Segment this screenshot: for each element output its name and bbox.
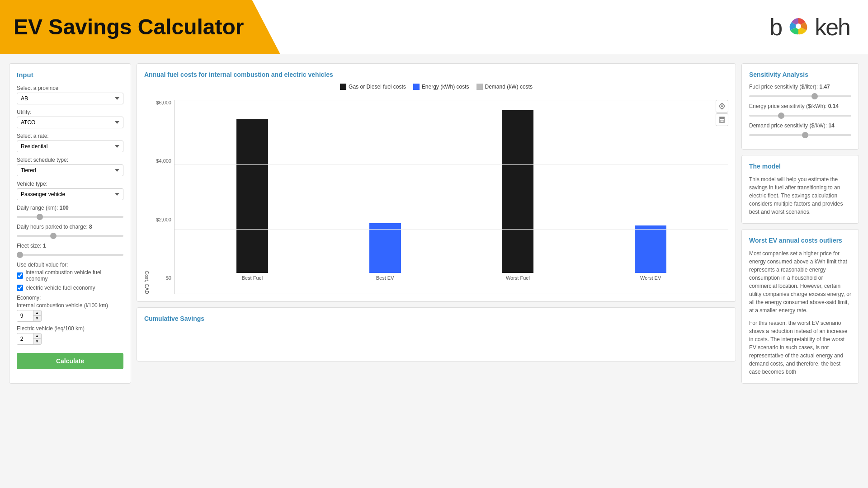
toolbar-save-btn[interactable] (716, 113, 728, 126)
save-icon (719, 117, 725, 123)
ev-economy-down[interactable]: ▼ (33, 339, 41, 344)
bar-group-best-fuel: Best Fuel (188, 119, 316, 281)
ev-economy-up[interactable]: ▲ (33, 333, 41, 339)
worst-ev-title: Worst EV annual costs outliers (749, 237, 851, 244)
bokeh-logo-icon (788, 16, 808, 36)
sensitivity-panel: Sensitivity Analysis Fuel price sensitiv… (741, 63, 859, 150)
y-axis-label: Cost, CAD (144, 95, 150, 294)
vehicle-label: Vehicle type: (17, 181, 123, 187)
default-values-section: Use default value for: internal combusti… (17, 262, 123, 291)
ice-checkbox[interactable] (17, 272, 23, 279)
daily-range-slider[interactable] (17, 216, 123, 218)
legend-fuel: Gas or Diesel fuel costs (340, 84, 406, 90)
rate-group: Select a rate: Residential Commercial (17, 133, 123, 152)
bar-group-worst-fuel: Worst Fuel (454, 110, 582, 281)
fuel-sensitivity-slider[interactable] (749, 95, 851, 97)
model-title: The model (749, 163, 851, 170)
fuel-sensitivity-label: Fuel price sensitivity ($/liter): 1.47 (749, 84, 851, 90)
schedule-select[interactable]: Tiered Time-of-Use Flat (17, 164, 123, 176)
bar-best-ev (369, 223, 401, 273)
schedule-label: Select schedule type: (17, 157, 123, 163)
bar-best-fuel (236, 119, 268, 273)
y-tick-0: $0 (166, 275, 171, 281)
bar-chart-wrapper: Cost, CAD $0 $2,000 $4,000 $6,000 (144, 95, 728, 294)
svg-rect-6 (721, 120, 723, 122)
calculate-button[interactable]: Calculate (17, 353, 123, 369)
legend-demand-swatch (476, 84, 483, 90)
legend-energy-label: Energy (kWh) costs (422, 84, 469, 90)
ev-economy-group: Electric vehicle (leq/100 km) ▲ ▼ (17, 325, 123, 345)
bar-group-best-ev: Best EV (321, 223, 449, 281)
utility-select[interactable]: ATCO EPCOR ENMAX (17, 117, 123, 128)
worst-ev-body1: Most companies set a higher price for en… (749, 249, 851, 314)
ev-economy-input[interactable] (17, 334, 33, 344)
ev-economy-label: Electric vehicle (leq/100 km) (17, 325, 123, 332)
ice-economy-input[interactable] (17, 311, 33, 321)
utility-group: Utility: ATCO EPCOR ENMAX (17, 109, 123, 128)
svg-point-3 (721, 105, 723, 107)
main-content: Input Select a province AB BC ON QC Util… (0, 54, 868, 393)
ev-checkbox-label: electric vehicle fuel economy (26, 285, 95, 291)
y-axis-ticks: $0 $2,000 $4,000 $6,000 (151, 100, 174, 281)
demand-sensitivity-label: Demand price sensitivity ($/kW): 14 (749, 122, 851, 129)
header: EV Savings Calculator b keh (0, 0, 868, 54)
ice-economy-down[interactable]: ▼ (33, 316, 41, 321)
ev-economy-input-wrap: ▲ ▼ (17, 333, 42, 345)
y-tick-3: $6,000 (156, 100, 171, 105)
bar-worst-fuel (502, 110, 533, 273)
ice-economy-label: Internal combustion vehicle (l/100 km) (17, 302, 123, 309)
sensitivity-title: Sensitivity Analysis (749, 71, 851, 78)
rate-label: Select a rate: (17, 133, 123, 139)
bars-area: Best Fuel Best EV Worst Fuel (174, 100, 728, 294)
bar-label-best-fuel: Best Fuel (242, 275, 263, 281)
ev-economy-arrows: ▲ ▼ (33, 333, 41, 344)
input-panel-title: Input (17, 71, 123, 79)
bar-label-best-ev: Best EV (376, 275, 394, 281)
bar-group-worst-ev: Worst EV (586, 225, 715, 281)
energy-sensitivity-label: Energy price sensitivity ($/kWh): 0.14 (749, 103, 851, 109)
y-tick-1: $2,000 (156, 217, 171, 222)
demand-sensitivity-row: Demand price sensitivity ($/kW): 14 (749, 122, 851, 137)
daily-hours-label: Daily hours parked to charge: 8 (17, 224, 123, 230)
bar-label-worst-fuel: Worst Fuel (506, 275, 530, 281)
ev-checkbox[interactable] (17, 285, 23, 291)
ice-economy-input-wrap: ▲ ▼ (17, 310, 42, 322)
bars-row: Best Fuel Best EV Worst Fuel (175, 100, 728, 281)
economy-label: Economy: (17, 295, 123, 301)
fuel-sensitivity-row: Fuel price sensitivity ($/liter): 1.47 (749, 84, 851, 99)
province-select[interactable]: AB BC ON QC (17, 93, 123, 104)
vehicle-select[interactable]: Passenger vehicle Light truck Heavy truc… (17, 188, 123, 200)
rate-select[interactable]: Residential Commercial (17, 141, 123, 152)
ice-checkbox-group: internal combustion vehicle fuel economy (17, 269, 123, 282)
fleet-size-group: Fleet size: 1 (17, 243, 123, 257)
ice-economy-up[interactable]: ▲ (33, 310, 41, 316)
legend-demand: Demand (kW) costs (476, 84, 533, 90)
demand-sensitivity-slider[interactable] (749, 134, 851, 136)
fleet-size-slider[interactable] (17, 254, 123, 256)
grid-line-2 (175, 229, 728, 230)
cumulative-panel: Cumulative Savings (137, 307, 736, 361)
cumulative-title: Cumulative Savings (144, 315, 728, 322)
default-values-label: Use default value for: (17, 262, 123, 268)
right-panel: Sensitivity Analysis Fuel price sensitiv… (741, 63, 859, 384)
grid-line-1 (175, 164, 728, 165)
bar-worst-ev (635, 225, 666, 273)
ev-checkbox-group: electric vehicle fuel economy (17, 285, 123, 291)
vehicle-group: Vehicle type: Passenger vehicle Light tr… (17, 181, 123, 200)
left-panel: Input Select a province AB BC ON QC Util… (9, 63, 131, 384)
fleet-size-label: Fleet size: 1 (17, 243, 123, 249)
energy-sensitivity-slider[interactable] (749, 115, 851, 117)
legend-fuel-swatch (340, 84, 346, 90)
center-panel: Annual fuel costs for internal combustio… (137, 63, 736, 384)
header-title-block: EV Savings Calculator (0, 0, 280, 54)
legend-energy: Energy (kWh) costs (413, 84, 469, 90)
utility-label: Utility: (17, 109, 123, 115)
daily-hours-slider[interactable] (17, 235, 123, 237)
bar-label-worst-ev: Worst EV (640, 275, 661, 281)
chart-toolbar (716, 100, 728, 126)
province-label: Select a province (17, 85, 123, 91)
toolbar-pan-btn[interactable] (716, 100, 728, 113)
schedule-group: Select schedule type: Tiered Time-of-Use… (17, 157, 123, 176)
bokeh-logo: b keh (769, 14, 850, 41)
svg-rect-5 (720, 117, 724, 119)
